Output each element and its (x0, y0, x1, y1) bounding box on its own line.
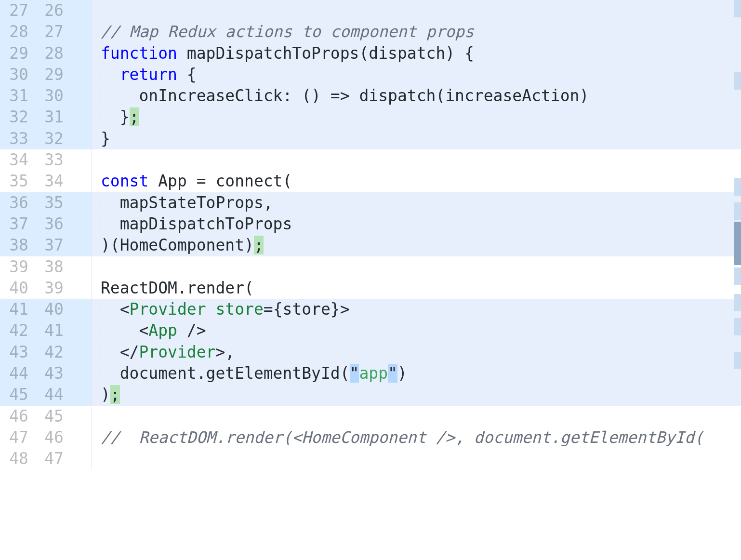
new-line-number: 31 (35, 107, 70, 128)
code-token: )(HomeComponent) (101, 236, 254, 254)
code-token: app (359, 364, 388, 383)
diff-row[interactable]: 4140 <Provider store={store}> (0, 299, 741, 320)
code-cell[interactable]: }; (92, 107, 741, 128)
minimap-change-mark (734, 352, 741, 369)
diff-row[interactable]: 4544); (0, 384, 741, 405)
minimap-change-mark (734, 294, 741, 311)
new-line-number: 41 (35, 320, 70, 341)
new-line-number: 26 (35, 0, 70, 21)
minimap-change-mark (734, 267, 741, 285)
code-line: ReactDOM.render( (101, 279, 254, 297)
diff-row[interactable]: 4241 <App /> (0, 320, 741, 341)
old-line-number: 37 (0, 213, 35, 235)
gutter-spacer (70, 43, 92, 64)
code-token: } (101, 129, 110, 148)
old-line-number: 46 (0, 406, 35, 427)
code-line: </Provider>, (101, 343, 235, 361)
gutter-spacer (70, 128, 92, 149)
minimap-change-mark (734, 72, 741, 90)
code-cell[interactable]: ReactDOM.render( (92, 278, 741, 299)
code-token: // ReactDOM.render(<HomeComponent />, do… (101, 428, 704, 447)
diff-row[interactable]: 3231 }; (0, 107, 741, 128)
diff-row[interactable]: 3534const App = connect( (0, 171, 741, 192)
code-cell[interactable] (92, 149, 741, 171)
diff-row[interactable]: 4746// ReactDOM.render(<HomeComponent />… (0, 427, 741, 448)
code-cell[interactable]: function mapDispatchToProps(dispatch) { (92, 43, 741, 64)
minimap-thumb[interactable] (734, 222, 741, 265)
code-cell[interactable]: return { (92, 64, 741, 85)
code-cell[interactable]: const App = connect( (92, 171, 741, 192)
code-line: const App = connect( (101, 172, 292, 190)
gutter-spacer (70, 149, 92, 171)
gutter-spacer (70, 427, 92, 448)
code-token: mapStateToProps, (101, 193, 273, 212)
diff-row[interactable]: 3029 return { (0, 64, 741, 85)
diff-row[interactable]: 3130 onIncreaseClick: () => dispatch(inc… (0, 85, 741, 107)
old-line-number: 36 (0, 192, 35, 213)
diff-row[interactable]: 3433 (0, 149, 741, 171)
code-cell[interactable]: onIncreaseClick: () => dispatch(increase… (92, 85, 741, 107)
code-cell[interactable] (92, 256, 741, 278)
code-cell[interactable]: mapStateToProps, (92, 192, 741, 213)
old-line-number: 48 (0, 448, 35, 469)
code-token: mapDispatchToProps(dispatch) { (177, 44, 474, 63)
diff-row[interactable]: 4342 </Provider>, (0, 342, 741, 363)
old-line-number: 30 (0, 64, 35, 85)
new-line-number: 40 (35, 299, 70, 320)
gutter-spacer (70, 21, 92, 42)
diff-row[interactable]: 3635 mapStateToProps, (0, 192, 741, 213)
code-token: < (101, 300, 130, 319)
gutter-spacer (70, 278, 92, 299)
code-cell[interactable]: ); (92, 384, 741, 405)
code-cell[interactable]: mapDispatchToProps (92, 213, 741, 235)
new-line-number: 32 (35, 128, 70, 149)
code-cell[interactable] (92, 0, 741, 21)
code-cell[interactable]: // ReactDOM.render(<HomeComponent />, do… (92, 427, 741, 448)
old-line-number: 44 (0, 363, 35, 384)
gutter-spacer (70, 235, 92, 256)
diff-row[interactable]: 2827// Map Redux actions to component pr… (0, 21, 741, 42)
code-token: " (388, 364, 397, 383)
old-line-number: 41 (0, 299, 35, 320)
code-cell[interactable]: )(HomeComponent); (92, 235, 741, 256)
new-line-number: 45 (35, 406, 70, 427)
diff-row[interactable]: 3837)(HomeComponent); (0, 235, 741, 256)
diff-row[interactable]: 4645 (0, 406, 741, 427)
gutter-spacer (70, 299, 92, 320)
new-line-number: 47 (35, 448, 70, 469)
code-token: ) (101, 385, 110, 404)
diff-row[interactable]: 4847 (0, 448, 741, 469)
code-token: store (215, 300, 263, 319)
old-line-number: 42 (0, 320, 35, 341)
code-line: mapDispatchToProps (101, 214, 292, 233)
code-cell[interactable]: <App /> (92, 320, 741, 341)
old-line-number: 47 (0, 427, 35, 448)
code-cell[interactable]: } (92, 128, 741, 149)
new-line-number: 33 (35, 149, 70, 171)
code-token: { (177, 65, 197, 84)
diff-row[interactable]: 3332} (0, 128, 741, 149)
diff-row[interactable]: 4443 document.getElementById("app") (0, 363, 741, 384)
code-token: Provider (139, 343, 215, 361)
code-cell[interactable]: // Map Redux actions to component props (92, 21, 741, 42)
diff-view[interactable]: 27262827// Map Redux actions to componen… (0, 0, 741, 470)
minimap-scrollbar[interactable] (731, 0, 741, 470)
code-token: ReactDOM.render( (101, 279, 254, 297)
old-line-number: 34 (0, 149, 35, 171)
new-line-number: 46 (35, 427, 70, 448)
code-cell[interactable] (92, 406, 741, 427)
code-cell[interactable]: document.getElementById("app") (92, 363, 741, 384)
code-token: " (350, 364, 359, 383)
diff-row[interactable]: 2928function mapDispatchToProps(dispatch… (0, 43, 741, 64)
code-token: function (101, 44, 177, 63)
gutter-spacer (70, 171, 92, 192)
code-token: document.getElementById( (101, 364, 350, 383)
diff-row[interactable]: 4039ReactDOM.render( (0, 278, 741, 299)
diff-row[interactable]: 2726 (0, 0, 741, 21)
code-cell[interactable]: <Provider store={store}> (92, 299, 741, 320)
old-line-number: 31 (0, 85, 35, 107)
code-cell[interactable]: </Provider>, (92, 342, 741, 363)
diff-row[interactable]: 3736 mapDispatchToProps (0, 213, 741, 235)
diff-row[interactable]: 3938 (0, 256, 741, 278)
code-cell[interactable] (92, 448, 741, 469)
